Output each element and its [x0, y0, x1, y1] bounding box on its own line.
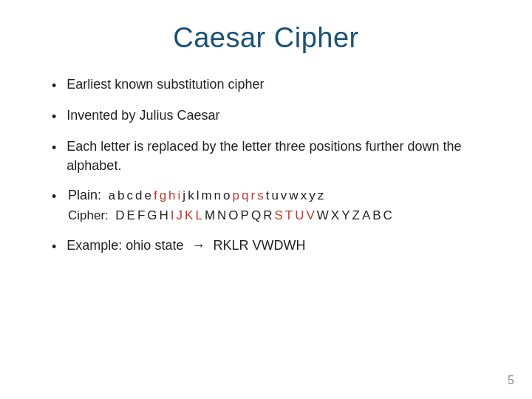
bullet-icon: •	[52, 107, 56, 126]
cipher-letter: J	[177, 207, 183, 225]
plain-letter: y	[309, 187, 316, 205]
cipher-label: Cipher:	[68, 207, 109, 225]
plain-letter: e	[144, 187, 151, 205]
page-number: 5	[508, 374, 514, 387]
cipher-letter: T	[285, 207, 293, 225]
plain-letter: w	[289, 187, 298, 205]
plain-letter: s	[257, 187, 264, 205]
plain-letter: i	[178, 187, 181, 205]
cipher-letter: C	[383, 207, 392, 225]
cipher-letter: D	[115, 207, 124, 225]
plain-letter: a	[109, 187, 115, 205]
plain-letter: k	[188, 187, 194, 205]
cipher-letter: G	[147, 207, 157, 225]
cipher-letter: N	[217, 207, 226, 225]
slide-title: Caesar Cipher	[37, 22, 495, 54]
plain-letter: z	[318, 187, 324, 205]
plain-letter: c	[126, 187, 133, 205]
cipher-letter: M	[205, 207, 215, 225]
bullet-icon: •	[52, 76, 56, 95]
cipher-letter: F	[137, 207, 145, 225]
bullet-list: • Earliest known substitution cipher • I…	[52, 75, 495, 256]
cipher-letter: Y	[341, 207, 349, 225]
plain-letter: d	[135, 187, 142, 205]
bullet-text: Each letter is replaced by the letter th…	[66, 137, 495, 175]
plain-letter: n	[214, 187, 221, 205]
slide: Caesar Cipher • Earliest known substitut…	[0, 0, 532, 399]
plain-letter: r	[250, 187, 255, 205]
bullet-text: Earliest known substitution cipher	[66, 75, 264, 94]
example-item: • Example: ohio state → RKLR VWDWH	[52, 236, 495, 256]
plain-letters: abcdefghijklmnopqrstuvwxyz	[107, 185, 325, 205]
list-item: • Each letter is replaced by the letter …	[52, 137, 495, 175]
example-text: Example: ohio state → RKLR VWDWH	[66, 236, 305, 255]
example-arrow: →	[191, 238, 205, 253]
bullet-text: Invented by Julius Caesar	[66, 106, 219, 125]
cipher-letter: O	[228, 207, 238, 225]
plain-letter: m	[201, 187, 211, 205]
list-item: • Invented by Julius Caesar	[52, 106, 495, 126]
plain-letter: o	[223, 187, 230, 205]
cipher-letter: W	[317, 207, 329, 225]
cipher-letter: L	[195, 207, 202, 225]
cipher-letter: Q	[251, 207, 261, 225]
example-result: RKLR VWDWH	[213, 238, 305, 253]
plain-letter: g	[160, 187, 166, 205]
cipher-letter: A	[362, 207, 370, 225]
plain-letter: j	[183, 187, 185, 205]
cipher-letter: P	[241, 207, 249, 225]
plain-letter: f	[154, 187, 157, 205]
cipher-letter: B	[372, 207, 381, 225]
list-item: • Earliest known substitution cipher	[52, 75, 495, 95]
cipher-letter: H	[160, 207, 168, 225]
cipher-letter: E	[127, 207, 135, 225]
plain-letter: l	[197, 187, 200, 205]
cipher-letters: DEFGHIJKLMNOPQRSTUVWXYZABC	[115, 207, 394, 225]
plain-letter: q	[242, 187, 248, 205]
plain-letter: t	[266, 187, 270, 205]
cipher-letter: Z	[352, 207, 360, 225]
cipher-letter: S	[274, 207, 282, 225]
cipher-letter: K	[185, 207, 193, 225]
example-label: Example: ohio state	[66, 238, 183, 253]
cipher-letter: X	[331, 207, 339, 225]
cipher-row: Cipher: DEFGHIJKLMNOPQRSTUVWXYZABC	[68, 207, 393, 225]
plain-row: Plain: abcdefghijklmnopqrstuvwxyz	[68, 185, 393, 205]
cipher-letter: R	[263, 207, 272, 225]
plain-letter: p	[233, 187, 239, 205]
plain-letter: h	[168, 187, 175, 205]
cipher-letter: V	[306, 207, 314, 225]
bullet-icon: •	[52, 237, 56, 256]
bullet-icon: •	[52, 138, 56, 157]
plain-label: Plain:	[68, 185, 101, 205]
cipher-letter: U	[295, 207, 304, 225]
cipher-letter: I	[171, 207, 174, 225]
plain-letter: v	[281, 187, 287, 205]
plain-letter: b	[117, 187, 124, 205]
plain-letter: x	[301, 187, 307, 205]
plain-letter: u	[271, 187, 278, 205]
cipher-row-item: • Plain: abcdefghijklmnopqrstuvwxyz Ciph…	[52, 185, 495, 225]
bullet-icon: •	[52, 187, 56, 206]
